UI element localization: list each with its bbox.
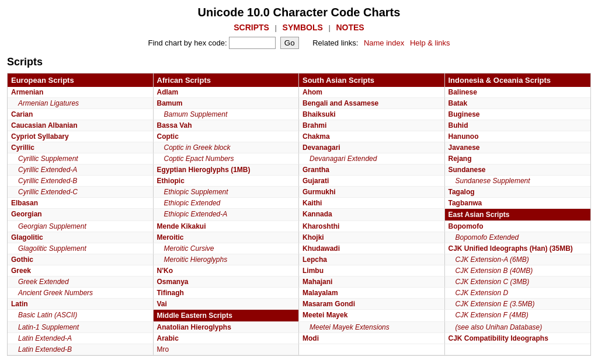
nav-symbols[interactable]: SYMBOLS <box>283 23 323 32</box>
script-link[interactable]: Cyrillic Extended-B <box>18 177 77 185</box>
table-cell[interactable]: Ethiopic Extended <box>154 198 300 209</box>
table-cell[interactable]: Tagbanwa <box>445 198 591 209</box>
script-link[interactable]: CJK Extension C (3MB) <box>456 278 530 286</box>
script-link[interactable]: Bamum <box>157 99 183 107</box>
table-cell[interactable]: Glagolitic <box>8 232 154 243</box>
script-link[interactable]: CJK Extension F (4MB) <box>456 311 529 319</box>
table-cell[interactable]: Bamum <box>154 98 300 109</box>
table-cell[interactable]: CJK Extension-A (6MB) <box>445 254 591 265</box>
script-link[interactable]: Glagolitic Supplement <box>18 244 86 253</box>
table-cell[interactable]: Vai <box>154 299 300 310</box>
script-link[interactable]: Ahom <box>303 88 322 96</box>
script-link[interactable]: Khudawadi <box>303 244 340 253</box>
script-link[interactable]: CJK Compatibility Ideographs <box>448 334 548 342</box>
table-cell[interactable]: Carian <box>8 109 154 120</box>
script-link[interactable]: CJK Unified Ideographs (Han) (35MB) <box>448 244 573 253</box>
table-cell[interactable]: Greek <box>8 265 154 276</box>
script-link[interactable]: Kharoshthi <box>303 222 339 230</box>
script-link[interactable]: Greek Extended <box>18 278 69 286</box>
table-cell[interactable]: Tifinagh <box>154 288 300 299</box>
script-link[interactable]: Tagbanwa <box>448 199 482 207</box>
table-cell[interactable]: Coptic Epact Numbers <box>154 153 300 164</box>
script-link[interactable]: Bhaiksuki <box>303 110 336 118</box>
script-link[interactable]: Georgian Supplement <box>18 222 86 230</box>
script-link[interactable]: Gothic <box>11 256 33 264</box>
table-cell[interactable]: Chakma <box>299 131 445 142</box>
script-link[interactable]: Meetei Mayek <box>303 311 347 319</box>
script-link[interactable]: Buhid <box>448 121 468 130</box>
script-link[interactable]: Bopomofo <box>448 222 484 230</box>
script-link[interactable]: Ethiopic Supplement <box>164 188 228 196</box>
table-cell[interactable]: Ethiopic Extended-A <box>154 209 300 221</box>
table-cell[interactable]: CJK Compatibility Ideographs <box>445 333 591 344</box>
script-link[interactable]: Anatolian Hieroglyphs <box>157 323 231 331</box>
script-link[interactable]: Armenian Ligatures <box>18 99 79 107</box>
table-cell[interactable]: Arabic <box>154 333 300 344</box>
script-link[interactable]: Gujarati <box>303 177 329 185</box>
table-cell[interactable]: Modi <box>299 333 445 344</box>
table-cell[interactable]: Adlam <box>154 87 300 98</box>
table-cell[interactable]: CJK Extension C (3MB) <box>445 276 591 288</box>
table-cell[interactable]: Coptic in Greek block <box>154 142 300 153</box>
script-link[interactable]: Ancient Greek Numbers <box>18 289 93 297</box>
script-link[interactable]: CJK Extension D <box>456 289 509 297</box>
table-cell[interactable]: Elbasan <box>8 198 154 209</box>
table-cell[interactable]: Meroitic <box>154 232 300 243</box>
table-cell[interactable]: N'Ko <box>154 265 300 276</box>
table-cell[interactable]: Devanagari Extended <box>299 153 445 164</box>
table-cell[interactable]: Bopomofo Extended <box>445 232 591 243</box>
table-cell[interactable]: CJK Extension B (40MB) <box>445 265 591 276</box>
table-cell[interactable]: Mro <box>154 344 300 355</box>
hex-search-input[interactable] <box>229 37 276 49</box>
script-link[interactable]: Ethiopic Extended-A <box>164 210 228 218</box>
script-link[interactable]: Latin <box>11 300 28 308</box>
script-link[interactable]: Meroitic Hieroglyphs <box>164 256 228 264</box>
go-button[interactable]: Go <box>280 37 299 49</box>
script-link[interactable]: Hanunoo <box>448 132 479 141</box>
script-link[interactable]: Latin Extended-B <box>18 345 72 354</box>
table-cell[interactable]: Bengali and Assamese <box>299 98 445 109</box>
table-cell[interactable]: Kaithi <box>299 198 445 209</box>
table-cell[interactable]: Gujarati <box>299 176 445 187</box>
table-cell[interactable]: Meroitic Cursive <box>154 243 300 254</box>
script-link[interactable]: Greek <box>11 267 31 275</box>
script-link[interactable]: Basic Latin (ASCII) <box>18 311 77 319</box>
script-link[interactable]: Bopomofo Extended <box>456 233 519 242</box>
table-cell[interactable]: Anatolian Hieroglyphs <box>154 322 300 333</box>
table-cell[interactable]: Mahajani <box>299 276 445 288</box>
script-link[interactable]: CJK Extension-A (6MB) <box>456 256 529 264</box>
script-link[interactable]: Ethiopic <box>157 177 185 185</box>
script-link[interactable]: Kaithi <box>303 199 322 207</box>
script-link[interactable]: Modi <box>303 334 319 342</box>
script-link[interactable]: Javanese <box>448 144 480 152</box>
table-cell[interactable]: Gothic <box>8 254 154 265</box>
table-cell[interactable]: Armenian <box>8 87 154 98</box>
script-link[interactable]: Mende Kikakui <box>157 222 206 230</box>
table-cell[interactable]: Kharoshthi <box>299 221 445 232</box>
table-cell[interactable]: Meroitic Hieroglyphs <box>154 254 300 265</box>
table-cell[interactable]: Cyrillic Extended-C <box>8 187 154 198</box>
table-cell[interactable]: Sundanese Supplement <box>445 176 591 187</box>
table-cell[interactable]: Egyptian Hieroglyphs (1MB) <box>154 164 300 176</box>
script-link[interactable]: Tagalog <box>448 188 475 196</box>
table-cell[interactable]: Masaram Gondi <box>299 299 445 310</box>
table-cell[interactable]: Ahom <box>299 87 445 98</box>
table-cell[interactable]: Bopomofo <box>445 221 591 232</box>
script-link[interactable]: Meroitic <box>157 233 184 242</box>
script-link[interactable]: Cyrillic Extended-A <box>18 166 77 174</box>
script-link[interactable]: Armenian <box>11 88 43 96</box>
table-cell[interactable]: Caucasian Albanian <box>8 120 154 131</box>
table-cell[interactable]: Javanese <box>445 142 591 153</box>
script-link[interactable]: Vai <box>157 300 167 308</box>
table-cell[interactable]: Grantha <box>299 164 445 176</box>
script-link[interactable]: Elbasan <box>11 199 38 207</box>
help-link[interactable]: Help & links <box>410 38 450 47</box>
table-cell[interactable]: Cypriot Syllabary <box>8 131 154 142</box>
script-link[interactable]: Devanagari <box>303 144 340 152</box>
script-link[interactable]: Coptic Epact Numbers <box>164 155 234 163</box>
script-link[interactable]: CJK Extension B (40MB) <box>456 267 533 275</box>
table-cell[interactable]: Meetei Mayek Extensions <box>299 322 445 333</box>
table-cell[interactable]: CJK Extension D <box>445 288 591 299</box>
script-link[interactable]: Bamum Supplement <box>164 110 228 118</box>
script-link[interactable]: Rejang <box>448 155 472 163</box>
